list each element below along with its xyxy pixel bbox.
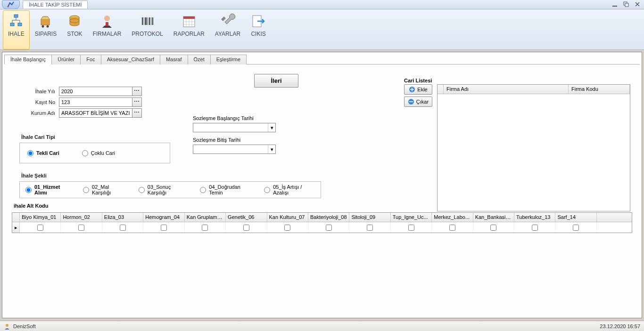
user-icon	[4, 323, 10, 330]
tab-2[interactable]: Foc	[80, 55, 101, 65]
title-bar: İHALE TAKİP SİSTEMİ	[0, 0, 644, 9]
alt-kod-table: Biyo Kimya_01Hormon_02Eliza_03Hemogram_0…	[12, 212, 632, 233]
alt-row-selector[interactable]: ▸	[12, 222, 20, 233]
ihale-sekli-radio-0[interactable]: 01_Hizmet Alımı	[25, 184, 71, 195]
kayit-no-input[interactable]	[59, 97, 132, 107]
svg-rect-13	[106, 22, 108, 26]
tab-4[interactable]: Masraf	[160, 55, 188, 65]
chevron-down-icon: ▾	[268, 145, 275, 153]
svg-rect-15	[144, 17, 144, 25]
kurum-adi-input[interactable]	[59, 108, 132, 118]
cari-tipi-title: İhale Cari Tipi	[21, 134, 172, 140]
maximize-button[interactable]	[622, 1, 630, 8]
svg-rect-20	[152, 17, 153, 25]
svg-rect-17	[148, 17, 148, 25]
ribbon-raporlar[interactable]: RAPORLAR	[168, 10, 210, 49]
alt-cell-6[interactable]	[267, 222, 308, 233]
ribbon-ayarlar[interactable]: AYARLAR	[210, 10, 246, 49]
tab-0[interactable]: İhale Başlangıç	[4, 55, 52, 65]
cari-tipi-radio-0[interactable]: Tekli Cari	[27, 150, 59, 156]
svg-point-9	[46, 25, 49, 28]
minimize-button[interactable]	[611, 1, 619, 8]
alt-cell-8[interactable]	[349, 222, 390, 233]
alt-col-10[interactable]: Merkez_Labo...	[432, 213, 473, 222]
alt-col-8[interactable]: Sitoloji_09	[349, 213, 390, 222]
svg-rect-3	[625, 3, 628, 7]
ihale-sekli-radio-4[interactable]: 05_İş Artışı / Azalışı	[264, 184, 315, 195]
alt-col-11[interactable]: Kan_Bankasi_12	[473, 213, 514, 222]
ileri-button[interactable]: İleri	[254, 74, 298, 88]
col-firma-kodu[interactable]: Firma Kodu	[569, 85, 630, 94]
alt-col-9[interactable]: Tup_Igne_Uc...	[391, 213, 432, 222]
alt-col-2[interactable]: Eliza_03	[102, 213, 143, 222]
plus-icon	[409, 86, 415, 93]
alt-cell-5[interactable]	[226, 222, 267, 233]
kayit-no-label: Kayıt No	[12, 99, 59, 105]
sozlesme-bitis-combo[interactable]: ▾	[193, 145, 276, 154]
alt-cell-3[interactable]	[143, 222, 184, 233]
cari-listesi-title: Cari Listesi	[404, 78, 630, 83]
ihale-yili-lookup-button[interactable]: ···	[132, 87, 142, 96]
ekle-button[interactable]: Ekle	[404, 84, 432, 95]
svg-rect-1	[612, 6, 617, 7]
alt-cell-9[interactable]	[391, 222, 432, 233]
cari-tipi-radio-1[interactable]: Çoklu Cari	[82, 150, 115, 156]
main-panel: İhale BaşlangıçÜrünlerFocAksesuar_CihazS…	[2, 52, 642, 318]
calendar-icon	[182, 14, 197, 29]
alt-cell-4[interactable]	[185, 222, 226, 233]
tab-1[interactable]: Ürünler	[51, 55, 81, 65]
ihale-sekli-radio-2[interactable]: 03_Sonuç Karşılığı	[139, 184, 188, 195]
app-menu-button[interactable]	[2, 0, 20, 9]
alt-cell-7[interactable]	[308, 222, 349, 233]
cikar-button[interactable]: Çıkar	[404, 97, 432, 107]
ribbon-stok[interactable]: STOK	[62, 10, 87, 49]
alt-col-13[interactable]: Sarf_14	[555, 213, 596, 222]
status-user: DenizSoft	[13, 323, 36, 329]
svg-point-0	[8, 6, 9, 8]
svg-point-31	[6, 324, 8, 327]
tab-6[interactable]: Eşleştirme	[210, 55, 247, 65]
alt-cell-0[interactable]	[20, 222, 61, 233]
alt-col-0[interactable]: Biyo Kimya_01	[20, 213, 61, 222]
ihale-yili-label: İhale Yılı	[12, 89, 59, 94]
alt-cell-10[interactable]	[432, 222, 473, 233]
ihale-sekli-radio-3[interactable]: 04_Doğrudan Temin	[200, 184, 252, 195]
tab-5[interactable]: Özet	[188, 55, 211, 65]
col-firma-adi[interactable]: Firma Adı	[444, 85, 569, 94]
alt-cell-12[interactable]	[514, 222, 555, 233]
kurum-adi-lookup-button[interactable]: ···	[132, 108, 142, 118]
chevron-down-icon: ▾	[268, 123, 275, 132]
sozlesme-baslangic-combo[interactable]: ▾	[193, 123, 276, 132]
sozlesme-baslangic-label: Sozleşme Başlangıç Tarihi	[193, 115, 276, 121]
close-button[interactable]	[634, 1, 641, 8]
cari-listesi-grid[interactable]: Firma Adı Firma Kodu	[437, 84, 630, 211]
alt-col-7[interactable]: Bakteriyoloji_08	[308, 213, 349, 222]
alt-col-1[interactable]: Hormon_02	[61, 213, 102, 222]
ribbon-ihale[interactable]: IHALE	[3, 10, 30, 49]
svg-rect-7	[41, 19, 50, 25]
ribbon-protokol[interactable]: PROTOKOL	[126, 10, 168, 49]
kurum-adi-label: Kurum Adı	[12, 110, 59, 116]
alt-col-12[interactable]: Tuberkuloz_13	[514, 213, 555, 222]
sozlesme-bitis-label: Sozleşme Bitiş Tarihi	[193, 137, 276, 143]
alt-cell-13[interactable]	[555, 222, 596, 233]
ihale-yili-input[interactable]	[59, 87, 132, 96]
ribbon-siparis[interactable]: SIPARIS	[30, 10, 62, 49]
svg-rect-5	[10, 23, 14, 26]
ribbon-cikis[interactable]: CIKIS	[246, 10, 271, 49]
tab-3[interactable]: Aksesuar_CihazSarf	[101, 55, 160, 65]
alt-col-4[interactable]: Kan Gruplama...	[185, 213, 226, 222]
alt-cell-1[interactable]	[61, 222, 102, 233]
alt-col-5[interactable]: Genetik_06	[226, 213, 267, 222]
alt-cell-2[interactable]	[102, 222, 143, 233]
alt-col-6[interactable]: Kan Kulturu_07	[267, 213, 308, 222]
ihale-sekli-radio-1[interactable]: 02_Mal Karşılığı	[83, 184, 126, 195]
alt-col-3[interactable]: Hemogram_04	[143, 213, 184, 222]
svg-rect-6	[18, 23, 22, 26]
hierarchy-icon	[8, 14, 24, 29]
kayit-no-lookup-button[interactable]: ···	[132, 97, 142, 107]
alt-row-selector-hdr	[12, 213, 20, 222]
ribbon-firmalar[interactable]: FIRMALAR	[88, 10, 127, 49]
status-bar: DenizSoft 23.12.2020 16:57	[0, 321, 644, 331]
alt-cell-11[interactable]	[473, 222, 514, 233]
